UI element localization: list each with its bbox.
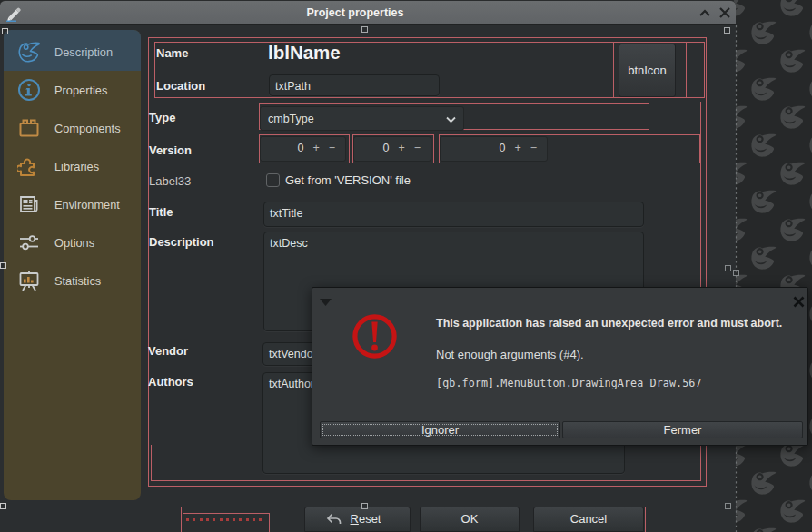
sidebar-item-environment[interactable]: Environment — [4, 185, 141, 223]
sidebar-item-libraries[interactable]: Libraries — [4, 147, 141, 185]
screen: Project properties Description — [0, 0, 812, 532]
spin-decrement[interactable]: − — [521, 142, 537, 154]
titlebar[interactable]: Project properties — [0, 0, 736, 24]
selection-dot — [253, 518, 255, 521]
reset-button[interactable]: Reset — [304, 507, 411, 532]
title-input-value: txtTitle — [270, 207, 302, 220]
version-spinbox-3[interactable]: 0+− — [440, 136, 548, 162]
project-properties-window: Project properties Description — [0, 0, 736, 532]
selection-dot — [200, 518, 203, 521]
spin-content: 0+− — [382, 142, 421, 154]
designer-outline-vbox-bottom — [151, 480, 701, 481]
resize-handle-edge-right[interactable] — [733, 270, 739, 276]
selection-dot — [206, 518, 209, 521]
component-box-icon — [17, 116, 41, 140]
sidebar-item-label: Properties — [54, 71, 107, 109]
ignore-button[interactable]: Ignorer — [320, 421, 560, 438]
error-dialog: This application has raised an unexpecte… — [312, 287, 808, 446]
type-combobox[interactable]: cmbType — [260, 106, 464, 131]
sidebar-item-label: Statistics — [54, 261, 101, 300]
spin-increment[interactable]: + — [303, 142, 319, 154]
spin-content: 0+− — [499, 142, 537, 154]
sidebar-item-statistics[interactable]: Statistics — [4, 261, 141, 300]
type-label: Type — [149, 111, 175, 124]
path-input[interactable]: txtPath — [269, 74, 440, 96]
resize-handle-top-right[interactable] — [724, 27, 730, 34]
sidebar-item-components[interactable]: Components — [4, 109, 141, 147]
designer-outline-footer-spacer — [645, 507, 708, 532]
gambas-mascot-icon — [17, 40, 41, 64]
sidebar-item-label: Description — [54, 33, 113, 71]
sidebar-item-properties[interactable]: Properties — [4, 71, 141, 109]
version-spinbox-2[interactable]: 0+− — [353, 136, 431, 162]
selection-dot — [213, 518, 215, 521]
spin-increment[interactable]: + — [389, 142, 404, 154]
shade-window-icon[interactable] — [698, 7, 712, 18]
ok-button[interactable]: OK — [420, 507, 520, 532]
details-expander-icon[interactable] — [320, 299, 332, 306]
name-value-label[interactable]: lblName — [268, 42, 341, 64]
resize-handle-bottom-right[interactable] — [725, 503, 731, 509]
ok-label: OK — [461, 512, 479, 526]
label33-label: Label33 — [149, 174, 191, 188]
resize-handle-left-middle[interactable] — [0, 262, 6, 269]
resize-handle-bottom-center[interactable] — [361, 503, 368, 509]
selection-dot — [193, 518, 195, 521]
puzzle-icon — [17, 154, 41, 178]
cancel-button[interactable]: Cancel — [533, 507, 644, 532]
sliders-icon — [17, 231, 41, 254]
selection-dot — [239, 518, 242, 521]
sidebar-item-description[interactable]: Description — [4, 33, 141, 71]
path-input-value: txtPath — [275, 80, 311, 93]
designer-canvas-edge — [732, 25, 741, 532]
icon-button-label: btnIcon — [628, 64, 667, 77]
designer-outline-vbox-left — [151, 445, 152, 480]
location-label: Location — [156, 79, 205, 93]
window-title: Project properties — [0, 1, 710, 25]
resize-handle-right-middle[interactable] — [725, 265, 731, 271]
resize-handle-top-left[interactable] — [2, 28, 8, 34]
reset-label-rest: eset — [359, 512, 381, 526]
spin-content: 0+− — [297, 142, 335, 154]
version-spinbox-1[interactable]: 0+− — [260, 136, 346, 162]
error-message-detail: Not enough arguments (#4). — [436, 348, 584, 361]
selection-dot — [186, 518, 189, 521]
spin-decrement[interactable]: − — [405, 142, 421, 154]
title-input[interactable]: txtTitle — [263, 202, 644, 227]
type-combobox-value: cmbType — [268, 113, 314, 125]
reset-mnemonic: R — [351, 512, 359, 526]
designer-outline-separator — [183, 513, 270, 532]
version-file-checkbox-label[interactable]: Get from 'VERSION' file — [285, 173, 411, 187]
dialog-close-icon[interactable] — [792, 296, 806, 309]
description-textarea-value: txtDesc — [270, 237, 308, 250]
spin-decrement[interactable]: − — [320, 142, 335, 154]
close-window-icon[interactable] — [718, 6, 732, 19]
title-label: Title — [149, 205, 173, 219]
sidebar-item-label: Options — [54, 223, 94, 261]
error-message-source: [gb.form].MenuButton.DrawingArea_Draw.56… — [436, 377, 702, 389]
spin-increment[interactable]: + — [505, 142, 520, 154]
selection-dot — [259, 518, 262, 521]
authors-textarea-value: txtAuthor — [269, 378, 314, 390]
sidebar-item-label: Libraries — [54, 147, 99, 185]
chart-easel-icon — [17, 269, 41, 292]
resize-handle-bottom-left[interactable] — [0, 503, 6, 509]
chevron-down-icon — [446, 116, 456, 123]
version-file-checkbox[interactable] — [266, 173, 280, 187]
ignore-label: Ignorer — [421, 423, 459, 437]
sidebar-item-label: Components — [54, 109, 121, 147]
version-label: Version — [149, 143, 192, 157]
selection-dot — [220, 518, 223, 521]
error-message-bold: This application has raised an unexpecte… — [436, 317, 782, 330]
sidebar-item-options[interactable]: Options — [4, 223, 141, 261]
fermer-button[interactable]: Fermer — [562, 421, 803, 438]
sidebar: Description Properties — [4, 30, 141, 500]
newspaper-icon — [17, 192, 41, 216]
selection-dot — [226, 518, 229, 521]
undo-icon — [326, 513, 342, 526]
authors-label: Authors — [148, 375, 193, 389]
vendor-input-value: txtVendor — [269, 348, 317, 360]
icon-button[interactable]: btnIcon — [619, 44, 676, 97]
resize-handle-top-center[interactable] — [361, 26, 368, 33]
fermer-label: Fermer — [664, 423, 702, 437]
